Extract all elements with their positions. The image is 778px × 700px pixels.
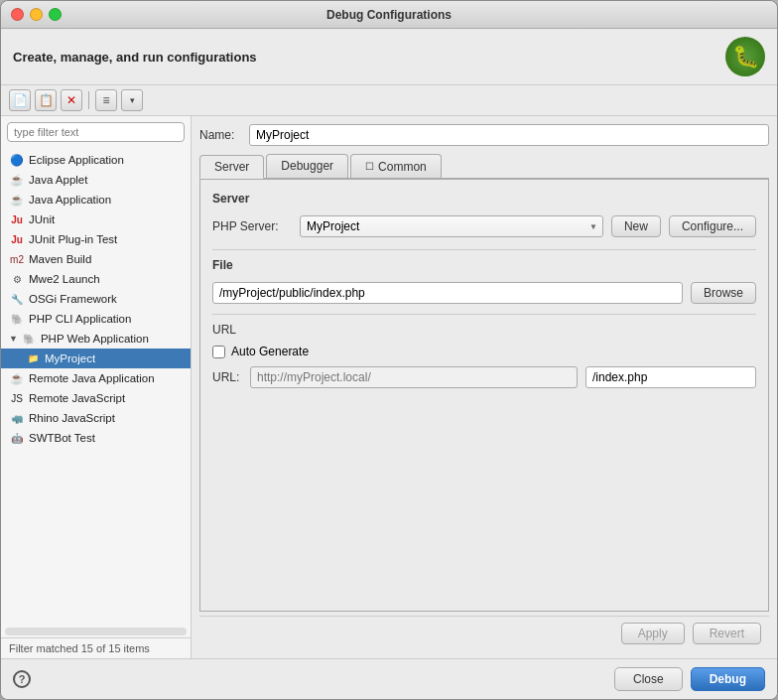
sidebar-item-label: Mwe2 Launch <box>29 273 100 285</box>
sidebar: 🔵 Eclipse Application ☕ Java Applet ☕ Ja… <box>1 116 192 658</box>
sidebar-item-label: OSGi Framework <box>29 293 117 305</box>
toolbar-sep1 <box>88 91 89 109</box>
sidebar-item-label: Rhino JavaScript <box>29 412 115 424</box>
java-app-icon: ☕ <box>9 192 25 208</box>
sidebar-item-java-application[interactable]: ☕ Java Application <box>1 190 191 210</box>
filter-button[interactable]: ≡ <box>95 89 117 111</box>
junit-plugin-icon: Ju <box>9 231 25 247</box>
sidebar-item-osgi[interactable]: 🔧 OSGi Framework <box>1 289 191 309</box>
file-section-title: File <box>212 258 756 272</box>
help-button[interactable]: ? <box>13 670 31 688</box>
sidebar-item-rhino[interactable]: 🦏 Rhino JavaScript <box>1 408 191 428</box>
close-button[interactable] <box>11 8 24 21</box>
remote-java-icon: ☕ <box>9 370 25 386</box>
sidebar-item-label: Java Application <box>29 194 111 206</box>
sidebar-item-label: Java Applet <box>29 174 87 186</box>
remote-js-icon: JS <box>9 390 25 406</box>
header-bar: Create, manage, and run configurations 🐛 <box>1 29 777 85</box>
php-server-select[interactable]: MyProject <box>300 215 603 237</box>
sidebar-item-remote-js[interactable]: JS Remote JavaScript <box>1 388 191 408</box>
osgi-icon: 🔧 <box>9 291 25 307</box>
debug-button[interactable]: Debug <box>691 667 765 691</box>
sidebar-item-label: MyProject <box>45 352 95 364</box>
bottom-buttons: Close Debug <box>614 667 765 691</box>
php-cli-icon: 🐘 <box>9 311 25 327</box>
new-config-button[interactable]: 📄 <box>9 89 31 111</box>
action-btn-area: Apply Revert <box>199 616 769 650</box>
auto-generate-row: Auto Generate <box>212 345 756 358</box>
maximize-button[interactable] <box>49 8 62 21</box>
sidebar-list: 🔵 Eclipse Application ☕ Java Applet ☕ Ja… <box>1 148 191 626</box>
name-label: Name: <box>199 128 241 142</box>
tab-common[interactable]: ☐ Common <box>350 154 442 178</box>
delete-config-button[interactable]: ✕ <box>61 89 82 111</box>
sidebar-item-label: Remote JavaScript <box>29 392 125 404</box>
bug-icon: 🐛 <box>725 37 765 76</box>
window-title: Debug Configurations <box>326 8 452 22</box>
sidebar-item-java-applet[interactable]: ☕ Java Applet <box>1 170 191 190</box>
close-button[interactable]: Close <box>614 667 683 691</box>
scrollbar[interactable] <box>5 628 187 635</box>
sidebar-item-label: PHP Web Application <box>41 333 149 345</box>
debug-configurations-window: Debug Configurations Create, manage, and… <box>0 0 778 700</box>
php-server-row: PHP Server: MyProject New Configure... <box>212 215 756 237</box>
sidebar-item-maven[interactable]: m2 Maven Build <box>1 249 191 269</box>
window-controls <box>11 8 62 21</box>
sidebar-item-label: JUnit Plug-in Test <box>29 233 117 245</box>
sidebar-item-mwe2[interactable]: ⚙ Mwe2 Launch <box>1 269 191 289</box>
url-section-title: URL <box>212 323 756 337</box>
sidebar-item-label: Eclipse Application <box>29 154 124 166</box>
new-server-button[interactable]: New <box>611 215 661 237</box>
sidebar-item-label: Remote Java Application <box>29 372 155 384</box>
name-input[interactable] <box>249 124 769 146</box>
bottom-bar: ? Close Debug <box>1 658 777 699</box>
url-divider <box>212 314 756 315</box>
revert-button[interactable]: Revert <box>693 623 761 644</box>
filter-input[interactable] <box>7 122 185 142</box>
name-row: Name: <box>199 124 769 146</box>
sidebar-item-myproject[interactable]: 📁 MyProject <box>1 349 191 368</box>
sidebar-item-junit[interactable]: Ju JUnit <box>1 210 191 229</box>
sidebar-item-php-web[interactable]: ▼ 🐘 PHP Web Application <box>1 329 191 349</box>
more-button[interactable]: ▾ <box>121 89 143 111</box>
sidebar-item-label: Maven Build <box>29 253 91 265</box>
url-input[interactable] <box>250 366 578 388</box>
file-input[interactable] <box>212 282 683 304</box>
sidebar-item-eclipse-application[interactable]: 🔵 Eclipse Application <box>1 150 191 170</box>
swtbot-icon: 🤖 <box>9 430 25 446</box>
java-applet-icon: ☕ <box>9 172 25 188</box>
url-label: URL: <box>212 370 242 384</box>
sidebar-item-swtbot[interactable]: 🤖 SWTBot Test <box>1 428 191 448</box>
url-row: URL: <box>212 366 756 388</box>
php-web-icon: 🐘 <box>21 331 37 347</box>
php-server-select-wrapper: MyProject <box>300 215 603 237</box>
sidebar-item-remote-java[interactable]: ☕ Remote Java Application <box>1 368 191 388</box>
file-divider <box>212 249 756 250</box>
tab-server[interactable]: Server <box>199 155 264 179</box>
sidebar-item-label: SWTBot Test <box>29 432 95 444</box>
apply-button[interactable]: Apply <box>621 623 685 644</box>
sidebar-item-php-cli[interactable]: 🐘 PHP CLI Application <box>1 309 191 329</box>
main-content: 🔵 Eclipse Application ☕ Java Applet ☕ Ja… <box>1 116 777 658</box>
configure-server-button[interactable]: Configure... <box>669 215 756 237</box>
auto-generate-label[interactable]: Auto Generate <box>231 345 309 358</box>
minimize-button[interactable] <box>30 8 43 21</box>
sidebar-item-junit-plugin[interactable]: Ju JUnit Plug-in Test <box>1 229 191 249</box>
bottom-left: ? <box>13 670 31 688</box>
sidebar-item-label: PHP CLI Application <box>29 313 131 325</box>
php-server-label: PHP Server: <box>212 219 292 233</box>
sidebar-footer: Filter matched 15 of 15 items <box>1 637 191 658</box>
duplicate-config-button[interactable]: 📋 <box>35 89 57 111</box>
url-suffix-input[interactable] <box>585 366 756 388</box>
toolbar: 📄 📋 ✕ ≡ ▾ <box>1 85 777 116</box>
eclipse-icon: 🔵 <box>9 152 25 168</box>
tab-debugger[interactable]: Debugger <box>266 154 348 178</box>
common-checkbox-icon: ☐ <box>365 161 374 172</box>
auto-generate-checkbox[interactable] <box>212 346 225 358</box>
browse-button[interactable]: Browse <box>691 282 756 304</box>
file-row: Browse <box>212 282 756 304</box>
titlebar: Debug Configurations <box>1 1 777 29</box>
junit-icon: Ju <box>9 211 25 227</box>
header-title: Create, manage, and run configurations <box>13 50 257 65</box>
mwe2-icon: ⚙ <box>9 271 25 287</box>
